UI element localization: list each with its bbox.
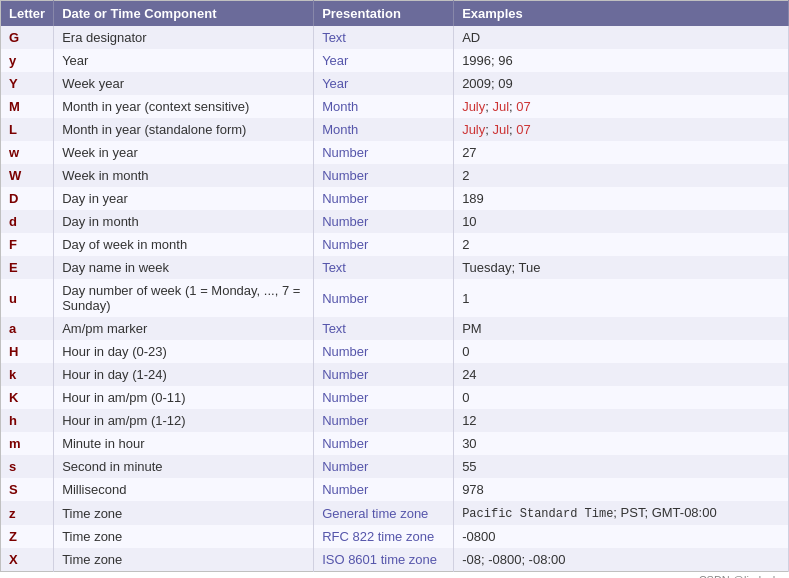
cell-component: Day number of week (1 = Monday, ..., 7 =… <box>54 279 314 317</box>
cell-letter: M <box>1 95 54 118</box>
cell-component: Minute in hour <box>54 432 314 455</box>
cell-examples: 1996; 96 <box>454 49 789 72</box>
cell-presentation: Month <box>314 95 454 118</box>
date-format-table: Letter Date or Time Component Presentati… <box>0 0 789 572</box>
cell-examples: 189 <box>454 187 789 210</box>
table-header-row: Letter Date or Time Component Presentati… <box>1 1 789 27</box>
table-row: dDay in monthNumber10 <box>1 210 789 233</box>
cell-examples: 2009; 09 <box>454 72 789 95</box>
cell-presentation: RFC 822 time zone <box>314 525 454 548</box>
cell-letter: k <box>1 363 54 386</box>
cell-examples: 1 <box>454 279 789 317</box>
cell-component: Hour in day (1-24) <box>54 363 314 386</box>
cell-component: Year <box>54 49 314 72</box>
header-presentation: Presentation <box>314 1 454 27</box>
cell-presentation: Text <box>314 26 454 49</box>
cell-examples: AD <box>454 26 789 49</box>
cell-examples: 24 <box>454 363 789 386</box>
cell-examples: Tuesday; Tue <box>454 256 789 279</box>
cell-letter: w <box>1 141 54 164</box>
cell-component: Hour in day (0-23) <box>54 340 314 363</box>
cell-letter: a <box>1 317 54 340</box>
cell-component: Time zone <box>54 501 314 525</box>
cell-component: Month in year (standalone form) <box>54 118 314 141</box>
cell-presentation: Number <box>314 233 454 256</box>
table-row: KHour in am/pm (0-11)Number0 <box>1 386 789 409</box>
cell-component: Day in month <box>54 210 314 233</box>
cell-component: Hour in am/pm (0-11) <box>54 386 314 409</box>
cell-presentation: Month <box>314 118 454 141</box>
cell-component: Second in minute <box>54 455 314 478</box>
cell-component: Time zone <box>54 525 314 548</box>
main-container: Letter Date or Time Component Presentati… <box>0 0 789 578</box>
watermark: CSDN @liudachu <box>0 572 789 578</box>
cell-letter: K <box>1 386 54 409</box>
cell-examples: July; Jul; 07 <box>454 118 789 141</box>
cell-component: Time zone <box>54 548 314 572</box>
cell-presentation: Number <box>314 340 454 363</box>
cell-presentation: General time zone <box>314 501 454 525</box>
cell-letter: D <box>1 187 54 210</box>
cell-letter: d <box>1 210 54 233</box>
table-body: GEra designatorTextADyYearYear1996; 96YW… <box>1 26 789 572</box>
header-examples: Examples <box>454 1 789 27</box>
cell-presentation: Number <box>314 455 454 478</box>
header-letter: Letter <box>1 1 54 27</box>
cell-presentation: Number <box>314 164 454 187</box>
cell-component: Day of week in month <box>54 233 314 256</box>
cell-component: Era designator <box>54 26 314 49</box>
cell-letter: z <box>1 501 54 525</box>
cell-letter: Y <box>1 72 54 95</box>
cell-presentation: Number <box>314 478 454 501</box>
cell-letter: F <box>1 233 54 256</box>
cell-letter: G <box>1 26 54 49</box>
table-row: kHour in day (1-24)Number24 <box>1 363 789 386</box>
cell-letter: y <box>1 49 54 72</box>
cell-presentation: Number <box>314 386 454 409</box>
cell-letter: m <box>1 432 54 455</box>
cell-component: Day in year <box>54 187 314 210</box>
cell-examples: Pacific Standard Time; PST; GMT-08:00 <box>454 501 789 525</box>
table-row: EDay name in weekTextTuesday; Tue <box>1 256 789 279</box>
cell-presentation: Year <box>314 72 454 95</box>
cell-examples: 0 <box>454 340 789 363</box>
cell-examples: 12 <box>454 409 789 432</box>
table-row: uDay number of week (1 = Monday, ..., 7 … <box>1 279 789 317</box>
cell-presentation: Number <box>314 210 454 233</box>
cell-examples: 55 <box>454 455 789 478</box>
cell-component: Month in year (context sensitive) <box>54 95 314 118</box>
table-row: sSecond in minuteNumber55 <box>1 455 789 478</box>
cell-examples: -08; -0800; -08:00 <box>454 548 789 572</box>
table-row: MMonth in year (context sensitive)MonthJ… <box>1 95 789 118</box>
cell-examples: July; Jul; 07 <box>454 95 789 118</box>
cell-component: Week in year <box>54 141 314 164</box>
table-row: SMillisecondNumber978 <box>1 478 789 501</box>
cell-presentation: Text <box>314 317 454 340</box>
cell-examples: 10 <box>454 210 789 233</box>
cell-examples: PM <box>454 317 789 340</box>
table-row: ZTime zoneRFC 822 time zone-0800 <box>1 525 789 548</box>
cell-letter: Z <box>1 525 54 548</box>
cell-component: Am/pm marker <box>54 317 314 340</box>
cell-letter: S <box>1 478 54 501</box>
cell-examples: 2 <box>454 164 789 187</box>
table-row: HHour in day (0-23)Number0 <box>1 340 789 363</box>
cell-presentation: Year <box>314 49 454 72</box>
table-row: GEra designatorTextAD <box>1 26 789 49</box>
cell-component: Hour in am/pm (1-12) <box>54 409 314 432</box>
cell-component: Millisecond <box>54 478 314 501</box>
cell-component: Week year <box>54 72 314 95</box>
cell-presentation: ISO 8601 time zone <box>314 548 454 572</box>
table-row: yYearYear1996; 96 <box>1 49 789 72</box>
cell-examples: 0 <box>454 386 789 409</box>
cell-component: Week in month <box>54 164 314 187</box>
cell-component: Day name in week <box>54 256 314 279</box>
table-row: hHour in am/pm (1-12)Number12 <box>1 409 789 432</box>
cell-examples: 978 <box>454 478 789 501</box>
cell-presentation: Number <box>314 141 454 164</box>
table-row: wWeek in yearNumber27 <box>1 141 789 164</box>
cell-letter: W <box>1 164 54 187</box>
cell-presentation: Number <box>314 279 454 317</box>
table-row: XTime zoneISO 8601 time zone-08; -0800; … <box>1 548 789 572</box>
cell-examples: -0800 <box>454 525 789 548</box>
